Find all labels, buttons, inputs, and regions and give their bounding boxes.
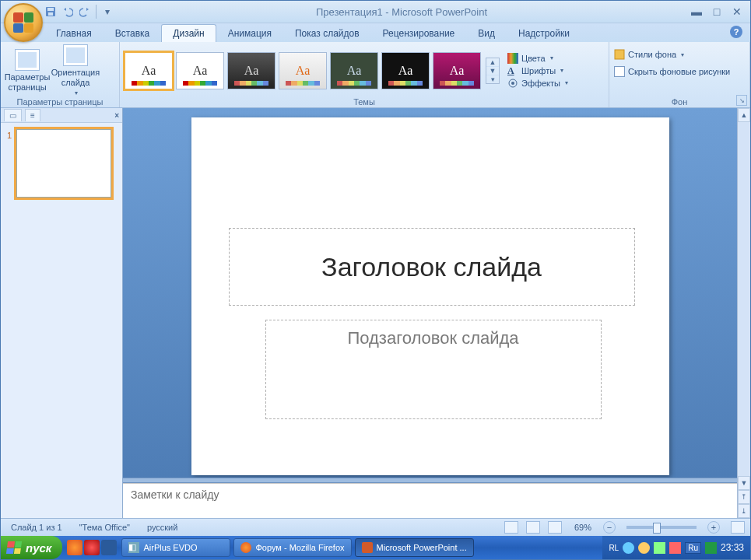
effects-icon xyxy=(507,78,518,89)
slide: Заголовок слайда Подзаголовок слайда xyxy=(191,117,669,475)
taskbar: пуск ◧AirPlus EVDO Форум - Mozilla Firef… xyxy=(1,536,750,559)
theme-office[interactable]: Aa xyxy=(125,52,173,89)
svg-point-4 xyxy=(511,82,514,85)
scroll-up-icon[interactable]: ▲ xyxy=(738,108,750,122)
ql-opera-icon[interactable] xyxy=(84,540,100,555)
status-slide-count[interactable]: Слайд 1 из 1 xyxy=(5,522,68,533)
tab-insert[interactable]: Вставка xyxy=(104,24,162,42)
thumb-number: 1 xyxy=(7,131,12,140)
quick-access-toolbar: ▾ xyxy=(44,5,114,19)
theme-fonts-button[interactable]: AШрифты▾ xyxy=(507,65,568,76)
tray-icon-1[interactable] xyxy=(623,542,634,554)
theme-7[interactable]: Aa xyxy=(433,52,481,89)
taskbar-app-2[interactable]: Форум - Mozilla Firefox xyxy=(233,538,351,557)
group-background: Фон xyxy=(614,96,745,107)
theme-3[interactable]: Aa xyxy=(227,52,275,89)
qat-dropdown-icon[interactable]: ▾ xyxy=(101,5,114,18)
fit-slide-button[interactable] xyxy=(731,521,745,534)
windows-logo-icon xyxy=(6,541,22,554)
background-styles-button[interactable]: Стили фона▾ xyxy=(614,49,684,60)
title-placeholder[interactable]: Заголовок слайда xyxy=(229,228,635,306)
slide-thumbnail-1[interactable]: 1 xyxy=(7,129,116,198)
group-page-setup: Параметры страницы xyxy=(5,96,114,107)
clock[interactable]: 23:33 xyxy=(721,542,744,553)
notes-splitter[interactable] xyxy=(123,478,737,483)
slide-canvas[interactable]: Заголовок слайда Подзаголовок слайда xyxy=(123,108,737,478)
tab-home[interactable]: Главная xyxy=(44,24,104,42)
title-text: Заголовок слайда xyxy=(321,252,542,282)
fonts-icon: A xyxy=(507,65,518,76)
notes-pane[interactable]: Заметки к слайду xyxy=(123,483,737,518)
colors-icon xyxy=(507,53,518,64)
slides-panel: ▭ ≡ × 1 xyxy=(1,108,123,518)
vertical-scrollbar[interactable]: ▲ ▼ ⤒ ⤓ xyxy=(737,108,750,518)
tab-review[interactable]: Рецензирование xyxy=(371,24,467,42)
prev-slide-icon[interactable]: ⤒ xyxy=(738,490,750,504)
zoom-percent[interactable]: 69% xyxy=(569,522,597,533)
tray-icon-4[interactable] xyxy=(669,542,681,554)
theme-4[interactable]: Aa xyxy=(279,52,327,89)
tab-addins[interactable]: Надстройки xyxy=(507,24,581,42)
svg-rect-1 xyxy=(47,8,54,11)
tray-icon-3[interactable] xyxy=(654,542,665,554)
view-sorter-button[interactable] xyxy=(526,521,540,534)
app-icon: ◧ xyxy=(128,542,139,553)
status-theme[interactable]: "Тема Office" xyxy=(74,522,135,533)
undo-icon[interactable] xyxy=(61,5,74,18)
view-slideshow-button[interactable] xyxy=(548,521,562,534)
close-button[interactable]: ✕ xyxy=(730,5,744,18)
lang-indicator[interactable]: RL xyxy=(609,544,619,552)
page-setup-button[interactable]: Параметры страницы xyxy=(5,49,49,92)
redo-icon[interactable] xyxy=(79,5,91,18)
scroll-down-icon[interactable]: ▼ xyxy=(738,476,750,490)
theme-6[interactable]: Aa xyxy=(381,52,430,89)
maximize-button[interactable]: □ xyxy=(710,5,724,18)
theme-gallery-scroll[interactable]: ▲▼▾ xyxy=(486,58,500,84)
view-normal-button[interactable] xyxy=(504,521,518,534)
tab-design[interactable]: Дизайн xyxy=(161,24,216,42)
theme-effects-button[interactable]: Эффекты▾ xyxy=(507,78,568,89)
zoom-in-button[interactable]: + xyxy=(707,521,720,534)
zoom-slider[interactable] xyxy=(626,526,697,529)
theme-2[interactable]: Aa xyxy=(176,52,224,89)
taskbar-app-3[interactable]: Microsoft PowerPoint ... xyxy=(355,538,474,557)
hide-bg-graphics-checkbox[interactable]: Скрыть фоновые рисунки xyxy=(614,66,730,77)
status-language[interactable]: русский xyxy=(142,522,183,533)
office-logo-icon xyxy=(13,12,33,33)
minimize-button[interactable]: ▬ xyxy=(690,5,704,18)
thumb-preview xyxy=(16,129,111,198)
slide-orientation-button[interactable]: Ориентация слайда▾ xyxy=(54,44,97,96)
zoom-out-button[interactable]: − xyxy=(603,521,616,534)
statusbar: Слайд 1 из 1 "Тема Office" русский 69% −… xyxy=(1,518,750,536)
subtitle-text: Подзаголовок слайда xyxy=(347,328,518,348)
orientation-icon xyxy=(63,44,88,66)
office-button[interactable] xyxy=(4,3,43,42)
taskbar-app-2-label: Форум - Mozilla Firefox xyxy=(255,543,344,552)
notes-placeholder: Заметки к слайду xyxy=(131,488,219,501)
outline-tab-icon[interactable]: ▭ xyxy=(4,109,22,121)
panel-close-icon[interactable]: × xyxy=(114,111,119,120)
ql-misc-icon[interactable] xyxy=(101,540,117,555)
tab-slideshow[interactable]: Показ слайдов xyxy=(283,24,371,42)
theme-colors-button[interactable]: Цвета▾ xyxy=(507,53,568,64)
tray-icon-2[interactable] xyxy=(638,542,650,554)
help-icon[interactable]: ? xyxy=(730,26,742,38)
taskbar-app-3-label: Microsoft PowerPoint ... xyxy=(377,543,467,552)
taskbar-app-1[interactable]: ◧AirPlus EVDO xyxy=(121,538,230,557)
theme-5[interactable]: Aa xyxy=(330,52,378,89)
start-button[interactable]: пуск xyxy=(1,536,62,559)
tab-animation[interactable]: Анимация xyxy=(216,24,283,42)
slides-tab-icon[interactable]: ≡ xyxy=(25,109,40,121)
background-dialog-launcher[interactable]: ↘ xyxy=(736,95,747,106)
theme-gallery: Aa Aa Aa Aa Aa Aa Aa ▲▼▾ xyxy=(125,52,500,89)
ql-firefox-icon[interactable] xyxy=(67,540,82,555)
next-slide-icon[interactable]: ⤓ xyxy=(738,504,750,518)
subtitle-placeholder[interactable]: Подзаголовок слайда xyxy=(265,320,602,419)
tray-icon-5[interactable] xyxy=(705,542,717,554)
save-icon[interactable] xyxy=(44,5,57,18)
tab-view[interactable]: Вид xyxy=(466,24,507,42)
taskbar-app-1-label: AirPlus EVDO xyxy=(143,543,197,552)
keyboard-layout[interactable]: Ru xyxy=(685,542,701,554)
page-setup-icon xyxy=(15,49,40,71)
ribbon: Параметры страницы Ориентация слайда▾ Па… xyxy=(1,42,750,108)
